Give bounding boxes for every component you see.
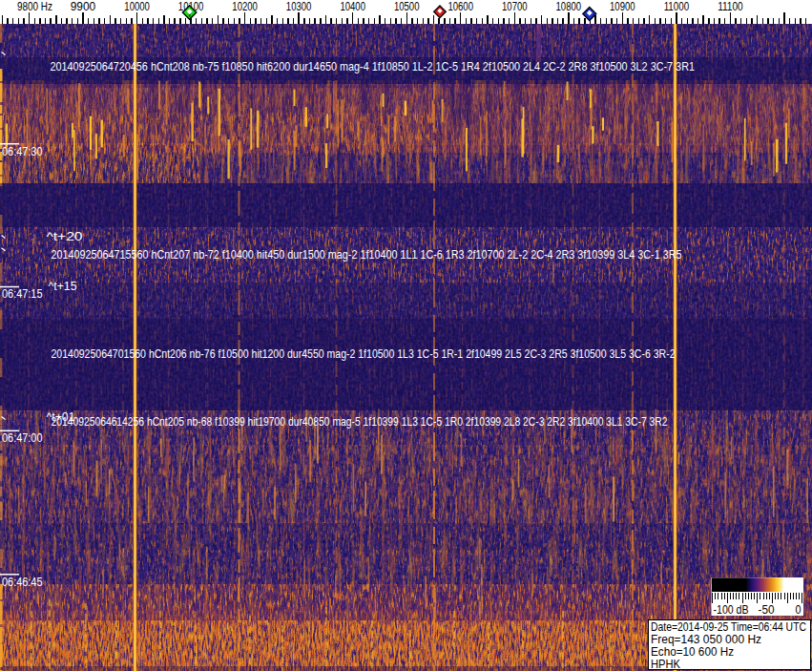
svg-text:HPHK: HPHK — [651, 657, 680, 671]
svg-text:-100 dB: -100 dB — [714, 602, 749, 617]
svg-text:10700: 10700 — [502, 0, 528, 13]
svg-text:06:46:45: 06:46:45 — [2, 575, 43, 589]
svg-text:11000: 11000 — [664, 0, 690, 13]
svg-text:9800 Hz: 9800 Hz — [17, 0, 52, 13]
svg-text:^t+15: ^t+15 — [49, 279, 77, 293]
svg-text:0: 0 — [796, 602, 802, 617]
svg-text:06:47:30: 06:47:30 — [2, 144, 43, 158]
svg-text:10400: 10400 — [340, 0, 365, 13]
svg-text:10200: 10200 — [232, 0, 258, 13]
svg-text:20140925064614256 hCnt205 nb-6: 20140925064614256 hCnt205 nb-68 f10399 h… — [52, 414, 668, 429]
svg-text:-50: -50 — [759, 602, 775, 617]
svg-text:10000: 10000 — [124, 0, 150, 13]
svg-text:10600: 10600 — [448, 0, 473, 13]
svg-text:10900: 10900 — [610, 0, 635, 13]
svg-text:20140925064715560 hCnt207 nb-7: 20140925064715560 hCnt207 nb-72 f10400 h… — [52, 247, 682, 262]
svg-text:11100: 11100 — [718, 0, 743, 13]
svg-text:06:47:00: 06:47:00 — [2, 430, 43, 445]
svg-text:^t+20: ^t+20 — [47, 229, 83, 243]
svg-text:9900: 9900 — [71, 0, 96, 13]
svg-text:06:47:15: 06:47:15 — [2, 286, 43, 301]
svg-text:10500: 10500 — [394, 0, 420, 13]
svg-text:10800: 10800 — [556, 0, 582, 13]
svg-text:20140925064701560 hCnt206 nb-7: 20140925064701560 hCnt206 nb-76 f10500 h… — [52, 346, 676, 361]
svg-text:20140925064720456 hCnt208 nb-7: 20140925064720456 hCnt208 nb-75 f10850 h… — [51, 59, 696, 73]
svg-text:10300: 10300 — [286, 0, 312, 13]
